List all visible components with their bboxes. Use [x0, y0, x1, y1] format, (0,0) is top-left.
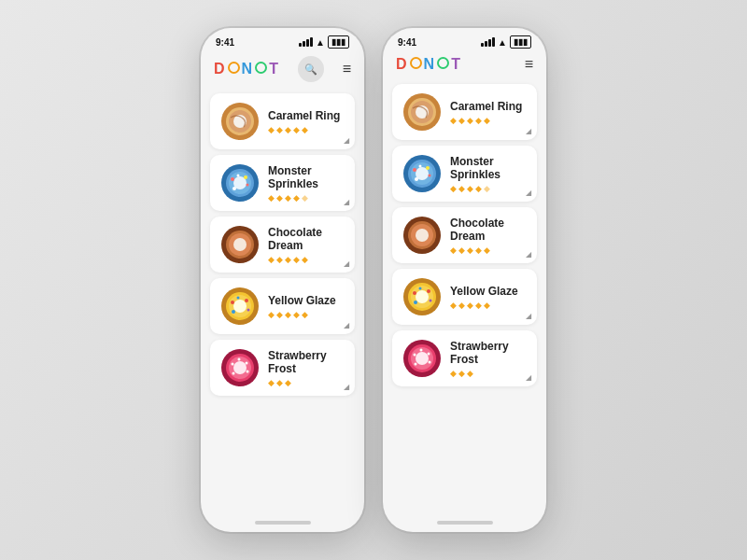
- star-filled: ◆: [458, 301, 465, 310]
- donut-name: Chocolate Dream: [450, 217, 528, 243]
- donut-thumbnail: [219, 286, 261, 327]
- donut-info: Monster Sprinkles ◆◆◆◆◆: [450, 155, 528, 193]
- star-filled: ◆: [276, 255, 283, 264]
- logo-n: N: [424, 56, 436, 73]
- donut-rating: ◆◆◆◆◆: [450, 301, 528, 310]
- star-filled: ◆: [450, 245, 457, 255]
- donut-info: Chocolate Dream ◆◆◆◆◆: [268, 226, 345, 264]
- donut-card-yellow[interactable]: Yellow Glaze ◆◆◆◆◆ ◢: [392, 269, 537, 325]
- donut-image: [219, 224, 261, 265]
- donut-info: Strawberry Frost ◆◆◆: [450, 340, 528, 378]
- donut-image: [219, 286, 261, 327]
- battery-icon: ▮▮▮: [328, 35, 349, 49]
- wifi-icon: ▲: [316, 37, 325, 48]
- svg-point-56: [413, 291, 416, 295]
- svg-point-34: [233, 372, 235, 375]
- donut-name: Chocolate Dream: [268, 226, 345, 252]
- donut-card-caramel[interactable]: Caramel Ring ◆◆◆◆◆ ◢: [392, 84, 537, 140]
- donut-thumbnail: [219, 162, 261, 203]
- donut-card-monster[interactable]: Monster Sprinkles ◆◆◆◆◆ ◢: [210, 155, 355, 211]
- donut-image: [219, 347, 261, 388]
- star-filled: ◆: [293, 193, 300, 203]
- svg-point-69: [415, 363, 417, 366]
- menu-icon[interactable]: ≡: [343, 61, 351, 77]
- donut-image: [402, 215, 443, 256]
- battery-icon: ▮▮▮: [510, 35, 531, 49]
- star-filled: ◆: [450, 116, 457, 125]
- donut-rating: ◆◆◆◆◆: [268, 255, 345, 264]
- star-filled: ◆: [276, 378, 283, 387]
- svg-point-32: [246, 362, 248, 365]
- star-filled: ◆: [293, 255, 300, 264]
- star-filled: ◆: [458, 184, 465, 193]
- svg-point-47: [415, 177, 418, 181]
- svg-point-23: [245, 299, 248, 302]
- app-logo: D N T: [396, 56, 461, 73]
- star-filled: ◆: [293, 310, 300, 319]
- star-filled: ◆: [475, 116, 482, 125]
- menu-button[interactable]: ≡: [525, 56, 533, 73]
- donut-card-strawberry[interactable]: Strawberry Frost ◆◆◆ ◢: [210, 340, 355, 396]
- svg-point-12: [233, 187, 236, 190]
- donut-name: Caramel Ring: [268, 109, 345, 122]
- star-filled: ◆: [285, 310, 291, 319]
- logo-t: T: [451, 56, 461, 73]
- donut-name: Yellow Glaze: [450, 285, 528, 298]
- status-bar: 9:41 ▲ ▮▮▮: [383, 28, 546, 52]
- search-button[interactable]: 🔍: [298, 56, 324, 82]
- star-filled: ◆: [458, 245, 465, 255]
- logo-u: [255, 62, 267, 74]
- svg-point-44: [419, 165, 422, 168]
- donut-card-strawberry[interactable]: Strawberry Frost ◆◆◆ ◢: [392, 330, 537, 386]
- donut-card-yellow[interactable]: Yellow Glaze ◆◆◆◆◆ ◢: [210, 278, 355, 334]
- donut-info: Caramel Ring ◆◆◆◆◆: [450, 100, 528, 125]
- star-filled: ◆: [285, 125, 291, 134]
- star-filled: ◆: [285, 255, 291, 264]
- donut-info: Yellow Glaze ◆◆◆◆◆: [450, 285, 528, 310]
- donut-rating: ◆◆◆◆◆: [268, 193, 345, 203]
- logo-o: [228, 62, 240, 74]
- donut-card-chocolate[interactable]: Chocolate Dream ◆◆◆◆◆ ◢: [392, 207, 537, 263]
- donut-thumbnail: [219, 347, 261, 388]
- svg-point-11: [247, 184, 249, 187]
- donut-card-chocolate[interactable]: Chocolate Dream ◆◆◆◆◆ ◢: [210, 217, 355, 273]
- star-filled: ◆: [276, 193, 283, 203]
- donut-card-monster[interactable]: Monster Sprinkles ◆◆◆◆◆ ◢: [392, 146, 537, 202]
- donut-thumbnail: [219, 224, 261, 265]
- home-bar: [437, 521, 493, 525]
- star-filled: ◆: [285, 193, 291, 203]
- star-filled: ◆: [302, 255, 308, 264]
- donut-card-caramel[interactable]: Caramel Ring ◆◆◆◆◆ ◢: [210, 93, 355, 149]
- svg-point-67: [428, 353, 430, 356]
- donut-thumbnail: [402, 338, 443, 379]
- signal-icon: [299, 37, 313, 47]
- donut-rating: ◆◆◆: [268, 378, 345, 387]
- svg-point-68: [429, 361, 431, 364]
- star-filled: ◆: [467, 116, 473, 125]
- star-half: ◆: [484, 184, 490, 193]
- logo-d: D: [396, 56, 408, 73]
- svg-point-64: [416, 352, 429, 365]
- expand-icon: ◢: [344, 383, 349, 391]
- star-filled: ◆: [285, 378, 291, 387]
- donut-name: Yellow Glaze: [268, 294, 345, 307]
- donut-name: Strawberry Frost: [268, 349, 345, 375]
- star-filled: ◆: [450, 301, 457, 310]
- donut-name: Monster Sprinkles: [268, 164, 345, 190]
- star-filled: ◆: [276, 310, 283, 319]
- status-bar: 9:41 ▲ ▮▮▮: [201, 28, 364, 52]
- star-filled: ◆: [450, 369, 457, 378]
- svg-point-43: [413, 168, 416, 172]
- svg-point-59: [430, 300, 432, 302]
- donut-info: Yellow Glaze ◆◆◆◆◆: [268, 294, 345, 319]
- expand-icon: ◢: [526, 250, 531, 259]
- svg-point-29: [233, 361, 247, 374]
- star-filled: ◆: [467, 369, 473, 378]
- expand-icon: ◢: [344, 259, 349, 268]
- donut-image: [219, 101, 261, 142]
- donut-thumbnail: [219, 101, 261, 142]
- svg-point-66: [420, 349, 423, 352]
- donut-list: Caramel Ring ◆◆◆◆◆ ◢: [383, 80, 546, 515]
- expand-icon: ◢: [526, 373, 531, 382]
- expand-icon: ◢: [344, 198, 349, 206]
